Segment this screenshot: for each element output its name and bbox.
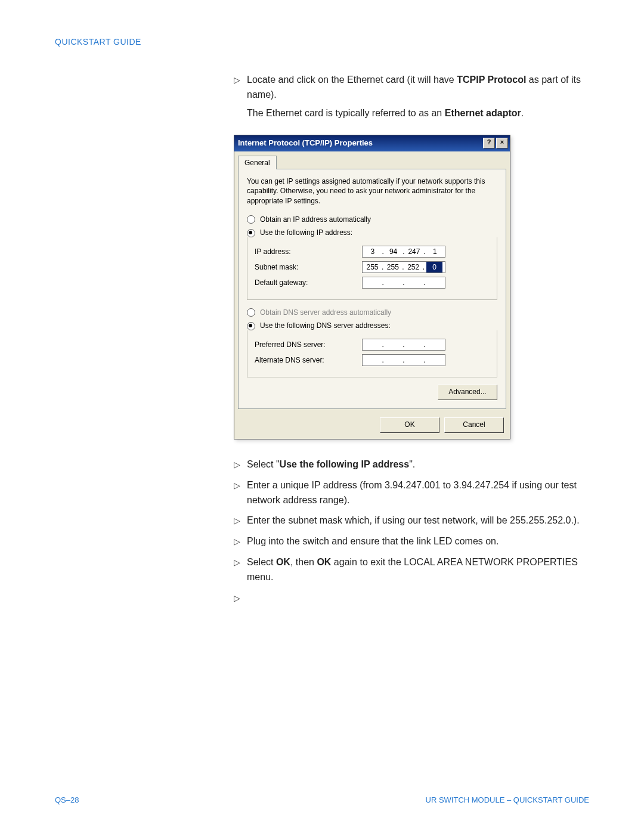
help-button[interactable]: ? bbox=[483, 138, 495, 148]
page-header: QUICKSTART GUIDE bbox=[55, 37, 589, 47]
step1-bold: TCPIP Protocol bbox=[457, 75, 526, 85]
default-gateway-field[interactable]: . . . bbox=[362, 277, 445, 289]
note-pre: The Ethernet card is typically referred … bbox=[247, 108, 445, 118]
text-bold: OK bbox=[276, 557, 290, 567]
step-locate-card: ▷ Locate and click on the Ethernet card … bbox=[234, 73, 589, 103]
bullet-icon: ▷ bbox=[234, 73, 247, 87]
text: Select " bbox=[247, 459, 280, 469]
ip-octet: 252 bbox=[406, 262, 421, 273]
text-bold: Use the following IP address bbox=[280, 459, 410, 469]
ok-button[interactable]: OK bbox=[380, 417, 439, 433]
tcpip-properties-dialog: Internet Protocol (TCP/IP) Properties ? … bbox=[234, 135, 510, 439]
step1-pre: Locate and click on the Ethernet card (i… bbox=[247, 75, 457, 85]
ip-octet: 247 bbox=[407, 246, 422, 258]
text: Enter a unique IP address (from 3.94.247… bbox=[247, 478, 589, 508]
text: Select bbox=[247, 557, 276, 567]
radio-obtain-dns-auto: Obtain DNS server address automatically bbox=[247, 307, 497, 318]
ip-octet-selected: 0 bbox=[426, 262, 442, 273]
dialog-titlebar: Internet Protocol (TCP/IP) Properties ? … bbox=[234, 135, 510, 151]
label-subnet-mask: Subnet mask: bbox=[255, 262, 362, 273]
note-bold: Ethernet adaptor bbox=[445, 108, 521, 118]
radio-selected-icon bbox=[247, 322, 255, 330]
text: ". bbox=[409, 459, 415, 469]
page-footer: QS–28 UR SWITCH MODULE – QUICKSTART GUID… bbox=[55, 795, 589, 804]
text: Enter the subnet mask which, if using ou… bbox=[247, 513, 589, 528]
note-post: . bbox=[521, 108, 524, 118]
close-button[interactable]: × bbox=[496, 138, 508, 148]
radio-label: Obtain DNS server address automatically bbox=[260, 307, 391, 318]
advanced-button[interactable]: Advanced... bbox=[438, 385, 497, 400]
radio-label: Use the following DNS server addresses: bbox=[260, 320, 391, 332]
step-select-use-ip: ▷ Select "Use the following IP address". bbox=[234, 457, 589, 472]
bullet-icon: ▷ bbox=[234, 478, 247, 493]
preferred-dns-field[interactable]: . . . bbox=[362, 339, 445, 351]
subnet-mask-field[interactable]: 255. 255. 252. 0 bbox=[362, 261, 445, 273]
ip-address-field[interactable]: 3. 94. 247. 1 bbox=[362, 246, 445, 258]
label-ip-address: IP address: bbox=[255, 246, 362, 258]
cancel-button[interactable]: Cancel bbox=[444, 417, 504, 433]
ip-octet: 255 bbox=[365, 262, 380, 273]
dialog-title: Internet Protocol (TCP/IP) Properties bbox=[238, 137, 373, 149]
label-alternate-dns: Alternate DNS server: bbox=[255, 355, 362, 366]
radio-selected-icon bbox=[247, 229, 255, 237]
radio-label: Use the following IP address: bbox=[260, 227, 352, 239]
ethernet-note: The Ethernet card is typically referred … bbox=[247, 106, 589, 121]
radio-icon bbox=[247, 308, 255, 317]
text: Plug into the switch and ensure that the… bbox=[247, 534, 589, 549]
text: , then bbox=[290, 557, 317, 567]
bullet-icon: ▷ bbox=[234, 555, 247, 569]
text-bold: OK bbox=[317, 557, 331, 567]
step-enter-ip: ▷ Enter a unique IP address (from 3.94.2… bbox=[234, 478, 589, 508]
radio-icon bbox=[247, 215, 255, 224]
alternate-dns-field[interactable]: . . . bbox=[362, 354, 445, 366]
bullet-icon: ▷ bbox=[234, 591, 247, 605]
ip-group: IP address: 3. 94. 247. 1 Subnet mask: 2… bbox=[247, 237, 497, 300]
footer-title: UR SWITCH MODULE – QUICKSTART GUIDE bbox=[426, 795, 589, 804]
radio-obtain-ip-auto[interactable]: Obtain an IP address automatically bbox=[247, 214, 497, 225]
bullet-icon: ▷ bbox=[234, 534, 247, 549]
bullet-icon: ▷ bbox=[234, 513, 247, 528]
step-plug-switch: ▷ Plug into the switch and ensure that t… bbox=[234, 534, 589, 549]
ip-octet: 94 bbox=[386, 246, 401, 258]
page-number: QS–28 bbox=[55, 795, 79, 804]
step-empty: ▷ bbox=[234, 591, 589, 605]
ip-octet: 1 bbox=[428, 246, 443, 258]
label-default-gateway: Default gateway: bbox=[255, 277, 362, 289]
tab-general[interactable]: General bbox=[238, 156, 277, 170]
bullet-icon: ▷ bbox=[234, 457, 247, 472]
label-preferred-dns: Preferred DNS server: bbox=[255, 339, 362, 351]
step-select-ok: ▷ Select OK, then OK again to exit the L… bbox=[234, 555, 589, 585]
radio-label: Obtain an IP address automatically bbox=[260, 214, 371, 225]
ip-octet: 255 bbox=[385, 262, 400, 273]
ip-octet: 3 bbox=[365, 246, 380, 258]
dns-group: Preferred DNS server: . . . Alternate DN… bbox=[247, 330, 497, 377]
step-enter-mask: ▷ Enter the subnet mask which, if using … bbox=[234, 513, 589, 528]
dialog-description: You can get IP settings assigned automat… bbox=[247, 176, 497, 206]
